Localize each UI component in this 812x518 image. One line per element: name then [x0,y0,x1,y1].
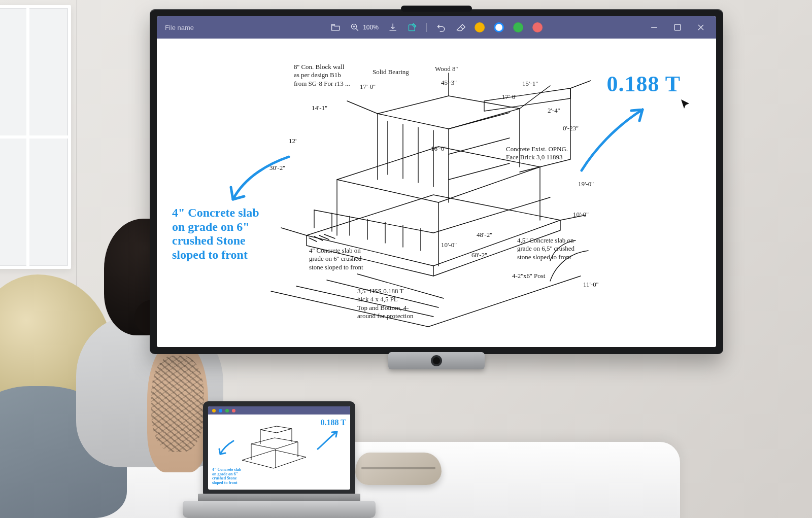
svg-rect-2 [674,24,681,30]
color-red[interactable] [532,22,543,32]
pencil-case [355,453,442,485]
laptop-arrow-icon [315,429,340,451]
laptop-screen: 0.188 T 4" Concrete slab on grade on 6" … [208,406,350,490]
building-sketch [266,53,591,327]
download-icon[interactable] [388,22,398,32]
app-window: File name 100% [157,16,716,347]
wall-display: File name 100% [150,9,723,354]
undo-icon[interactable] [436,22,446,32]
zoom-icon[interactable] [350,22,360,32]
laptop-sketch [236,418,312,478]
color-yellow[interactable] [475,22,485,32]
display-camera [388,352,485,369]
open-folder-icon[interactable] [330,22,341,32]
laptop-toolbar [208,406,350,415]
edit-square-icon[interactable] [407,22,417,32]
laptop: 0.188 T 4" Concrete slab on grade on 6" … [198,401,360,518]
minimize-icon[interactable] [649,22,659,32]
zoom-level: 100% [363,24,379,31]
close-icon[interactable] [696,22,706,32]
color-green[interactable] [513,22,523,32]
maximize-icon[interactable] [672,22,683,32]
color-blue[interactable] [494,22,504,32]
app-toolbar: File name 100% [157,16,716,39]
svg-rect-1 [409,25,415,31]
annotation-value: 0.188 T [606,71,681,97]
cursor-icon [680,98,692,111]
annotation-note-left: 4" Concrete slab on grade on 6" crushed … [172,206,279,262]
eraser-icon[interactable] [455,22,465,32]
toolbar-divider [426,23,427,32]
laptop-arrow2-icon [216,439,236,457]
laptop-annotation-value: 0.188 T [321,419,346,427]
window-title: File name [157,24,194,31]
whiteboard-canvas[interactable]: 0.188 T 4" Concrete slab on grade on 6" … [157,39,716,347]
